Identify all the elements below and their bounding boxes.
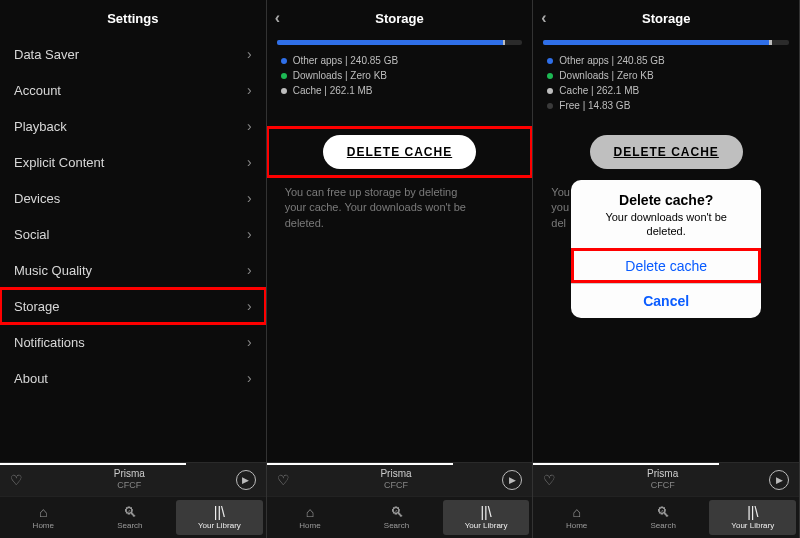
home-icon: ⌂ — [572, 505, 580, 519]
menu-social[interactable]: Social› — [0, 216, 266, 252]
header: Settings — [0, 0, 266, 36]
library-icon: ||\ — [214, 505, 225, 519]
search-icon: 🔍︎ — [123, 505, 137, 519]
now-playing-bar[interactable]: ♡ Prisma CFCF ▶ — [533, 462, 799, 496]
page-title: Storage — [642, 11, 690, 26]
header: ‹ Storage — [533, 0, 799, 36]
tab-library[interactable]: ||\Your Library — [709, 500, 796, 535]
storage-confirm-pane: ‹ Storage Other apps | 240.85 GB Downloa… — [533, 0, 800, 538]
menu-playback[interactable]: Playback› — [0, 108, 266, 144]
dot-icon — [281, 58, 287, 64]
menu-quality[interactable]: Music Quality› — [0, 252, 266, 288]
hint-text: You can free up storage by deleting your… — [267, 183, 533, 233]
page-title: Settings — [107, 11, 158, 26]
library-icon: ||\ — [747, 505, 758, 519]
dot-icon — [281, 73, 287, 79]
menu-devices[interactable]: Devices› — [0, 180, 266, 216]
home-icon: ⌂ — [306, 505, 314, 519]
chevron-right-icon: › — [247, 262, 252, 278]
tab-search[interactable]: 🔍︎Search — [620, 497, 707, 538]
now-playing-text: Prisma CFCF — [647, 468, 678, 491]
legend-downloads: Downloads | Zero KB — [281, 68, 519, 83]
dialog-cancel-button[interactable]: Cancel — [571, 283, 761, 318]
play-icon[interactable]: ▶ — [236, 470, 256, 490]
chevron-right-icon: › — [247, 82, 252, 98]
track-title: Prisma — [380, 468, 411, 480]
now-playing-text: Prisma CFCF — [380, 468, 411, 491]
track-title: Prisma — [647, 468, 678, 480]
modal-backdrop: Delete cache? Your downloads won't be de… — [533, 36, 799, 462]
back-icon[interactable]: ‹ — [275, 9, 280, 27]
tab-library[interactable]: ||\Your Library — [176, 500, 263, 535]
chevron-right-icon: › — [247, 154, 252, 170]
tab-search[interactable]: 🔍︎Search — [87, 497, 174, 538]
settings-list: Data Saver› Account› Playback› Explicit … — [0, 36, 266, 462]
play-icon[interactable]: ▶ — [502, 470, 522, 490]
chevron-right-icon: › — [247, 334, 252, 350]
delete-cache-highlight: DELETE CACHE — [267, 127, 533, 177]
heart-icon[interactable]: ♡ — [543, 472, 556, 488]
artist-name: CFCF — [114, 480, 145, 491]
home-icon: ⌂ — [39, 505, 47, 519]
menu-data-saver[interactable]: Data Saver› — [0, 36, 266, 72]
storage-content: Other apps | 240.85 GB Downloads | Zero … — [267, 36, 533, 462]
settings-pane: Settings Data Saver› Account› Playback› … — [0, 0, 267, 538]
dialog-confirm-button[interactable]: Delete cache — [571, 248, 761, 283]
menu-storage[interactable]: Storage› — [0, 288, 266, 324]
heart-icon[interactable]: ♡ — [10, 472, 23, 488]
tab-search[interactable]: 🔍︎Search — [353, 497, 440, 538]
menu-about[interactable]: About› — [0, 360, 266, 396]
bar-cache — [503, 40, 505, 45]
tab-library[interactable]: ||\Your Library — [443, 500, 530, 535]
menu-account[interactable]: Account› — [0, 72, 266, 108]
legend-cache: Cache | 262.1 MB — [281, 83, 519, 98]
tab-home[interactable]: ⌂Home — [0, 497, 87, 538]
now-playing-bar[interactable]: ♡ Prisma CFCF ▶ — [0, 462, 266, 496]
chevron-right-icon: › — [247, 298, 252, 314]
chevron-right-icon: › — [247, 118, 252, 134]
legend-other-apps: Other apps | 240.85 GB — [281, 53, 519, 68]
now-playing-bar[interactable]: ♡ Prisma CFCF ▶ — [267, 462, 533, 496]
tab-bar: ⌂Home 🔍︎Search ||\Your Library — [0, 496, 266, 538]
dialog-title: Delete cache? — [571, 180, 761, 210]
chevron-right-icon: › — [247, 190, 252, 206]
track-title: Prisma — [114, 468, 145, 480]
chevron-right-icon: › — [247, 370, 252, 386]
search-icon: 🔍︎ — [656, 505, 670, 519]
heart-icon[interactable]: ♡ — [277, 472, 290, 488]
bar-other-apps — [277, 40, 503, 45]
now-playing-text: Prisma CFCF — [114, 468, 145, 491]
page-title: Storage — [375, 11, 423, 26]
storage-legend: Other apps | 240.85 GB Downloads | Zero … — [267, 53, 533, 113]
tab-bar: ⌂Home 🔍︎Search ||\Your Library — [267, 496, 533, 538]
play-icon[interactable]: ▶ — [769, 470, 789, 490]
dialog-message: Your downloads won't be deleted. — [571, 210, 761, 249]
artist-name: CFCF — [380, 480, 411, 491]
dot-icon — [281, 88, 287, 94]
chevron-right-icon: › — [247, 226, 252, 242]
tab-bar: ⌂Home 🔍︎Search ||\Your Library — [533, 496, 799, 538]
search-icon: 🔍︎ — [390, 505, 404, 519]
progress-bar — [267, 463, 453, 465]
library-icon: ||\ — [480, 505, 491, 519]
menu-notifications[interactable]: Notifications› — [0, 324, 266, 360]
storage-content: Other apps | 240.85 GB Downloads | Zero … — [533, 36, 799, 462]
menu-explicit[interactable]: Explicit Content› — [0, 144, 266, 180]
header: ‹ Storage — [267, 0, 533, 36]
back-icon[interactable]: ‹ — [541, 9, 546, 27]
delete-cache-button[interactable]: DELETE CACHE — [323, 135, 476, 169]
artist-name: CFCF — [647, 480, 678, 491]
storage-usage-bar — [277, 40, 523, 45]
tab-home[interactable]: ⌂Home — [533, 497, 620, 538]
progress-bar — [533, 463, 719, 465]
tab-home[interactable]: ⌂Home — [267, 497, 354, 538]
confirm-dialog: Delete cache? Your downloads won't be de… — [571, 180, 761, 319]
chevron-right-icon: › — [247, 46, 252, 62]
storage-pane: ‹ Storage Other apps | 240.85 GB Downloa… — [267, 0, 534, 538]
progress-bar — [0, 463, 186, 465]
